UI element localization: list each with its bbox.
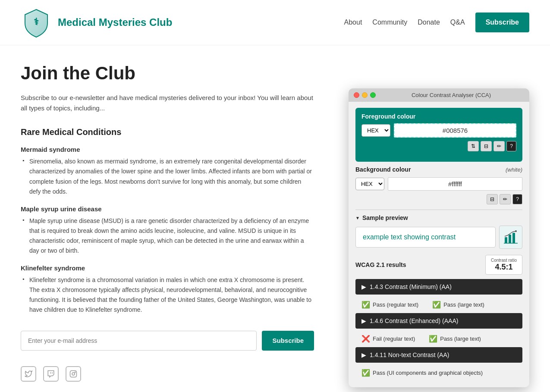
cca-titlebar: Colour Contrast Analyser (CCA) xyxy=(349,88,529,102)
condition-text-0: Sirenomelia, also known as mermaid syndr… xyxy=(21,157,314,196)
bg-sliders-icon[interactable]: ⊟ xyxy=(487,194,498,204)
preview-chart-icon xyxy=(499,226,522,249)
cca-maximize-button[interactable] xyxy=(370,92,376,98)
condition-item: Mermaid syndrome Sirenomelia, also known… xyxy=(21,146,314,196)
contrast-ratio-box: Contrast ratio 4.5:1 xyxy=(485,255,522,275)
wcag-results-row: WCAG 2.1 results Contrast ratio 4.5:1 xyxy=(355,255,522,275)
sample-preview-label: Sample preview xyxy=(362,214,408,221)
aa-large-pass-icon: ✅ xyxy=(432,301,441,309)
foreground-value-input[interactable] xyxy=(394,123,516,138)
background-row: HEX RGB xyxy=(355,177,522,191)
aa-regular-label: Pass (regular text) xyxy=(373,301,418,308)
condition-name-2: Klinefelter syndrome xyxy=(21,264,314,272)
nontext-label: Pass (UI components and graphical object… xyxy=(373,370,483,376)
fg-sliders-icon[interactable]: ⊟ xyxy=(481,141,492,151)
main-content: Join the Club Subscribe to our e-newslet… xyxy=(0,45,550,392)
nav-community[interactable]: Community xyxy=(372,19,407,26)
background-format-select[interactable]: HEX RGB xyxy=(355,178,384,190)
site-title: Medical Mysteries Club xyxy=(58,16,172,28)
aaa-large-label: Pass (large text) xyxy=(440,336,481,342)
aaa-regular-fail-icon: ❌ xyxy=(361,335,370,343)
foreground-label: Foreground colour xyxy=(361,113,516,120)
accordion-1-label: 1.4.3 Contrast (Minimum) (AA) xyxy=(370,283,452,290)
page-title: Join the Club xyxy=(21,63,314,84)
svg-point-4 xyxy=(72,373,75,375)
accordion-3-arrow: ▶ xyxy=(361,351,366,358)
contrast-ratio-value: 4.5:1 xyxy=(491,263,517,272)
foreground-row: HEX RGB HSL xyxy=(361,123,516,138)
site-header: ⚕ Medical Mysteries Club About Community… xyxy=(0,0,550,45)
preview-triangle-icon: ▼ xyxy=(355,216,360,220)
svg-point-5 xyxy=(75,372,75,373)
wcag-label: WCAG 2.1 results xyxy=(355,261,406,268)
conditions-list: Mermaid syndrome Sirenomelia, also known… xyxy=(21,146,314,315)
background-label: Background colour xyxy=(355,166,411,173)
instagram-icon[interactable] xyxy=(66,366,81,382)
accordion-2-arrow: ▶ xyxy=(361,317,366,324)
nav-donate[interactable]: Donate xyxy=(418,19,440,26)
accordion-2-header[interactable]: ▶ 1.4.6 Contrast (Enhanced) (AAA) xyxy=(355,313,522,329)
preview-text: example text showing contrast xyxy=(355,227,496,248)
rare-conditions-title: Rare Medical Conditions xyxy=(21,127,314,137)
background-tools: ⊟ ✏ ? xyxy=(355,194,522,204)
svg-rect-8 xyxy=(512,233,515,243)
aa-large-result: ✅ Pass (large text) xyxy=(432,301,484,309)
background-header-row: Background colour (white) xyxy=(355,166,522,173)
bg-help-icon[interactable]: ? xyxy=(512,194,522,204)
condition-item: Maple syrup urine disease Maple syrup ur… xyxy=(21,205,314,256)
left-column: Join the Club Subscribe to our e-newslet… xyxy=(21,63,314,387)
foreground-tools: ⇅ ⊟ ✏ ? xyxy=(361,141,516,151)
accordion-3-results: ✅ Pass (UI components and graphical obje… xyxy=(355,366,522,381)
email-input[interactable] xyxy=(21,331,257,351)
subscribe-button[interactable]: Subscribe xyxy=(262,331,314,351)
header-subscribe-button[interactable]: Subscribe xyxy=(475,13,529,32)
divider-1 xyxy=(355,210,522,210)
svg-point-10 xyxy=(515,230,517,232)
cca-close-button[interactable] xyxy=(354,92,359,98)
background-value-input[interactable] xyxy=(388,177,522,191)
twitter-icon[interactable] xyxy=(21,366,36,382)
nontext-result: ✅ Pass (UI components and graphical obje… xyxy=(361,369,483,377)
background-note: (white) xyxy=(506,166,522,173)
condition-text-2: Klinefelter syndrome is a chromosomal va… xyxy=(21,275,314,315)
cca-minimize-button[interactable] xyxy=(362,92,368,98)
preview-area: example text showing contrast xyxy=(355,226,522,249)
nav-about[interactable]: About xyxy=(344,19,362,26)
svg-rect-6 xyxy=(505,237,507,243)
aa-large-label: Pass (large text) xyxy=(443,301,484,308)
condition-text-1: Maple syrup urine disease (MSUD) is a ra… xyxy=(21,216,314,256)
nontext-pass-icon: ✅ xyxy=(361,369,370,377)
logo-area: ⚕ Medical Mysteries Club xyxy=(21,7,172,38)
accordion-1-results: ✅ Pass (regular text) ✅ Pass (large text… xyxy=(355,298,522,313)
sample-preview-header: ▼ Sample preview xyxy=(355,214,522,221)
twitch-icon[interactable] xyxy=(43,366,59,382)
accordion-3-label: 1.4.11 Non-text Contrast (AA) xyxy=(370,351,449,358)
condition-name-0: Mermaid syndrome xyxy=(21,146,314,153)
fg-eyedropper-icon[interactable]: ✏ xyxy=(493,141,505,151)
site-logo: ⚕ xyxy=(21,7,52,38)
page-subtitle: Subscribe to our e-newsletter and have m… xyxy=(21,93,314,113)
condition-name-1: Maple syrup urine disease xyxy=(21,205,314,213)
cca-title: Colour Contrast Analyser (CCA) xyxy=(378,92,524,98)
aa-regular-pass-icon: ✅ xyxy=(361,301,370,309)
nav-qa[interactable]: Q&A xyxy=(450,19,465,26)
email-form: Subscribe xyxy=(21,331,314,351)
accordion-3-header[interactable]: ▶ 1.4.11 Non-text Contrast (AA) xyxy=(355,347,522,363)
accordion-1-header[interactable]: ▶ 1.4.3 Contrast (Minimum) (AA) xyxy=(355,279,522,295)
cca-body: Foreground colour HEX RGB HSL ⇅ ⊟ ✏ ? xyxy=(349,102,529,387)
aaa-large-pass-icon: ✅ xyxy=(429,335,437,343)
cca-window: Colour Contrast Analyser (CCA) Foregroun… xyxy=(349,88,529,387)
aaa-regular-result: ❌ Fail (regular text) xyxy=(361,335,415,343)
main-nav: About Community Donate Q&A Subscribe xyxy=(344,13,529,32)
condition-item: Klinefelter syndrome Klinefelter syndrom… xyxy=(21,264,314,315)
svg-text:⚕: ⚕ xyxy=(34,16,39,27)
social-icons xyxy=(21,366,314,382)
contrast-ratio-label: Contrast ratio xyxy=(491,258,517,263)
foreground-format-select[interactable]: HEX RGB HSL xyxy=(361,124,390,137)
accordion-2-label: 1.4.6 Contrast (Enhanced) (AAA) xyxy=(370,317,458,324)
aaa-large-result: ✅ Pass (large text) xyxy=(429,335,481,343)
bg-eyedropper-icon[interactable]: ✏ xyxy=(500,194,511,204)
fg-help-icon[interactable]: ? xyxy=(506,141,516,151)
fg-sort-icon[interactable]: ⇅ xyxy=(468,141,479,151)
svg-rect-7 xyxy=(509,235,511,243)
